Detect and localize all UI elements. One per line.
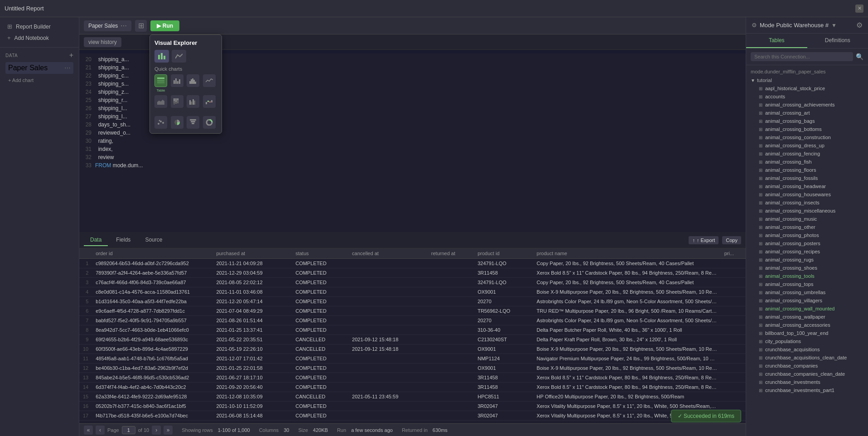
schema-table-item[interactable]: ⊞animal_crossing_tools <box>751 272 863 280</box>
close-button[interactable]: ✕ <box>855 5 863 13</box>
schema-table-item[interactable]: ⊞animal_crossing_floors <box>751 166 863 174</box>
schema-table-item[interactable]: ⊞animal_crossing_shoes <box>751 264 863 272</box>
schema-table-item[interactable]: ⊞animal_crossing_bottoms <box>751 125 863 133</box>
row-num: 7 <box>79 316 92 325</box>
schema-table-item[interactable]: ⊞animal_crossing_fish <box>751 158 863 166</box>
svg-rect-15 <box>195 82 196 84</box>
export-button[interactable]: ↑ ↑ Export <box>689 236 719 244</box>
first-page-button[interactable]: « <box>84 426 93 435</box>
view-history-button[interactable]: view history <box>84 37 121 47</box>
chart-btn-line[interactable] <box>203 74 216 87</box>
tab-source[interactable]: Source <box>139 234 169 246</box>
chart-btn-stacked[interactable] <box>171 95 183 108</box>
query-tab-more-icon[interactable]: ⋯ <box>121 22 127 29</box>
schema-table-item[interactable]: ⊞animal_crossing_other <box>751 223 863 231</box>
schema-table-item[interactable]: ⊞animal_crossing_umbrellas <box>751 288 863 296</box>
tab-fields[interactable]: Fields <box>110 234 137 246</box>
chart-btn-funnel[interactable] <box>187 116 199 129</box>
table-icon: ⊞ <box>759 355 762 360</box>
col-header-product-name[interactable]: product name <box>533 248 721 259</box>
schema-table-item[interactable]: ⊞animal_crossing_bags <box>751 117 863 125</box>
schema-table-item[interactable]: ⊞animal_crossing_dress_up <box>751 141 863 150</box>
sidebar-item-add-notebook[interactable]: + Add Notebook <box>5 32 73 44</box>
data-add-button[interactable]: + <box>69 51 73 59</box>
chart-btn-table[interactable]: Table <box>154 74 167 87</box>
schema-table-item[interactable]: ⊞animal_crossing_housewares <box>751 190 863 199</box>
schema-group-header-tutorial[interactable]: ▼ tutorial <box>751 76 863 84</box>
schema-table-item[interactable]: ⊞animal_crossing_villagers <box>751 296 863 305</box>
schema-table-item[interactable]: ⊞city_populations <box>751 337 863 345</box>
tab-data[interactable]: Data <box>84 234 108 246</box>
next-page-button[interactable]: › <box>152 426 161 435</box>
schema-table-item[interactable]: ⊞animal_crossing_art <box>751 109 863 117</box>
schema-table-item[interactable]: ⊞crunchbase_investments <box>751 378 863 386</box>
table-name: animal_crossing_dress_up <box>765 143 825 148</box>
last-page-button[interactable]: » <box>164 426 173 435</box>
row-num: 8 <box>79 325 92 335</box>
add-chart-link[interactable]: + Add chart <box>5 76 73 85</box>
svg-rect-23 <box>177 100 178 103</box>
add-query-button[interactable]: ⊞ <box>135 20 147 32</box>
schema-table-item[interactable]: ⊞animal_crossing_miscellaneous <box>751 207 863 215</box>
prev-page-button[interactable]: ‹ <box>96 426 105 435</box>
col-header-product-id[interactable]: product id <box>474 248 533 259</box>
chart-btn-donut[interactable] <box>203 116 216 129</box>
tab-tables[interactable]: Tables <box>746 34 807 48</box>
chart-btn-bar[interactable] <box>171 74 183 87</box>
schema-table-item[interactable]: ⊞animal_crossing_music <box>751 215 863 223</box>
sidebar-item-report-builder[interactable]: ⊞ Report Builder <box>5 21 73 32</box>
table-name: animal_crossing_other <box>765 224 815 230</box>
chart-btn-grouped[interactable] <box>187 95 199 108</box>
schema-table-item[interactable]: ⊞animal_crossing_photos <box>751 231 863 239</box>
schema-table-item[interactable]: ⊞animal_crossing_insects <box>751 199 863 207</box>
schema-table-item[interactable]: ⊞animal_crossing_accessories <box>751 321 863 329</box>
schema-table-item[interactable]: ⊞animal_crossing_wallpaper <box>751 313 863 321</box>
schema-table-item[interactable]: ⊞aapl_historical_stock_price <box>751 84 863 92</box>
schema-table-item[interactable]: ⊞crunchbase_companies_clean_date <box>751 370 863 378</box>
warehouse-dropdown-icon[interactable]: ▼ <box>831 22 837 29</box>
schema-table-item[interactable]: ⊞accounts <box>751 92 863 101</box>
cell-product-name: Xerox Bold 8.5" x 11" Cardstock Paper, 8… <box>533 373 721 383</box>
schema-table-item[interactable]: ⊞animal_crossing_fossils <box>751 174 863 182</box>
page-input[interactable] <box>122 426 135 434</box>
col-header-status[interactable]: status <box>292 248 348 259</box>
chart-btn-histogram[interactable] <box>187 74 199 87</box>
col-header-cancelled-at[interactable]: cancelled at <box>348 248 428 259</box>
schema-table-item[interactable]: ⊞crunchbase_acquisitions_clean_date <box>751 354 863 362</box>
schema-table-item[interactable]: ⊞crunchbase_investments_part1 <box>751 386 863 394</box>
col-header-purchased-at[interactable]: purchased at <box>212 248 292 259</box>
status-columns: Columns 30 <box>259 427 289 433</box>
schema-table-item[interactable]: ⊞animal_crossing_rugs <box>751 256 863 264</box>
settings-icon[interactable]: ⚙ <box>856 21 863 29</box>
chart-btn-pie[interactable] <box>171 116 183 129</box>
cell-product-name: Boise X-9 Multipurpose Paper, 20 lbs., 9… <box>533 344 721 354</box>
schema-table-item[interactable]: ⊞animal_crossing_construction <box>751 133 863 141</box>
data-item-more-icon[interactable]: ⋯ <box>64 64 71 72</box>
col-header-price[interactable]: pri... <box>721 248 746 259</box>
schema-table-item[interactable]: ⊞crunchbase_acquisitions <box>751 345 863 354</box>
schema-table-item[interactable]: ⊞animal_crossing_headwear <box>751 182 863 190</box>
schema-table-item[interactable]: ⊞billboard_top_100_year_end <box>751 329 863 337</box>
ve-line-chart-icon[interactable] <box>172 50 186 63</box>
search-input[interactable] <box>751 52 853 61</box>
ve-bar-chart-icon[interactable] <box>154 50 169 63</box>
tab-definitions[interactable]: Definitions <box>807 34 868 48</box>
svg-rect-10 <box>179 79 180 84</box>
table-name: animal_crossing_music <box>765 216 817 222</box>
query-tab-paper-sales[interactable]: Paper Sales ⋯ <box>84 20 131 31</box>
col-header-order-id[interactable]: order id <box>92 248 212 259</box>
schema-table-item[interactable]: ⊞animal_crossing_tops <box>751 280 863 288</box>
schema-table-item[interactable]: ⊞animal_crossing_wall_mounted <box>751 305 863 313</box>
schema-table-item[interactable]: ⊞animal_crossing_recipes <box>751 247 863 256</box>
schema-table-item[interactable]: ⊞animal_crossing_posters <box>751 239 863 247</box>
data-item-paper-sales[interactable]: Paper Sales ⋯ <box>5 62 73 74</box>
schema-table-item[interactable]: ⊞animal_crossing_achievements <box>751 101 863 109</box>
copy-button[interactable]: Copy <box>722 236 741 244</box>
schema-table-item[interactable]: ⊞crunchbase_companies <box>751 362 863 370</box>
chart-btn-scatter[interactable] <box>154 116 167 129</box>
col-header-returned-at[interactable]: returned at <box>428 248 474 259</box>
run-button[interactable]: ▶ Run <box>150 20 179 31</box>
chart-btn-waterfall[interactable] <box>203 95 216 108</box>
schema-table-item[interactable]: ⊞animal_crossing_fencing <box>751 150 863 158</box>
chart-btn-area[interactable] <box>154 95 167 108</box>
